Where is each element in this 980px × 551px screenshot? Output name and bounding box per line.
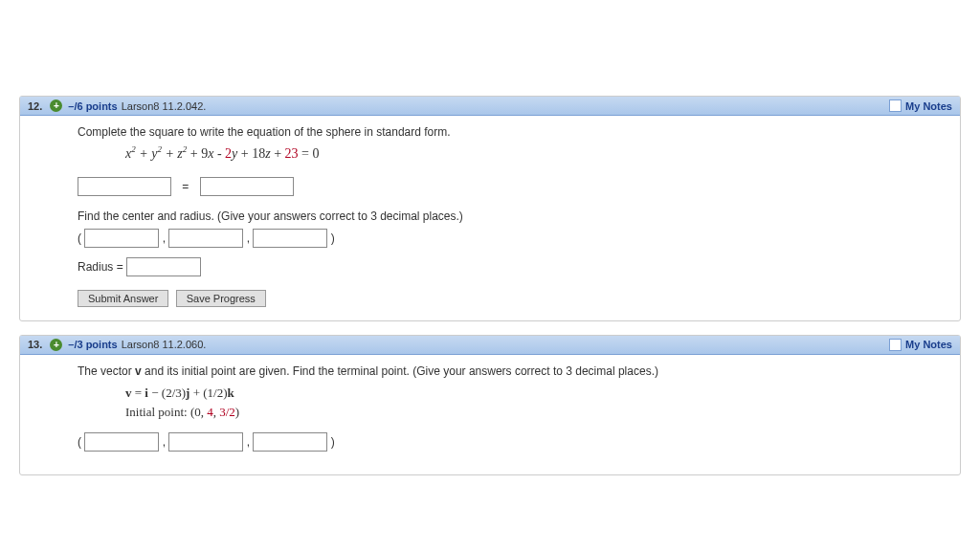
- question-ref: Larson8 11.2.042.: [122, 100, 207, 112]
- radius-input[interactable]: [126, 257, 201, 276]
- question-12: 12. + –/6 points Larson8 11.2.042. My No…: [19, 96, 961, 321]
- center-row: ( , , ): [78, 229, 945, 248]
- terminal-point-row: ( , , ): [78, 432, 945, 452]
- question-header: 12. + –/6 points Larson8 11.2.042. My No…: [20, 97, 960, 116]
- rhs-input[interactable]: [200, 177, 294, 196]
- prompt-text: The vector v and its initial point are g…: [78, 364, 945, 378]
- expand-icon[interactable]: +: [50, 99, 62, 112]
- lhs-input[interactable]: [78, 177, 171, 196]
- points-label: –/3 points: [68, 339, 117, 350]
- question-13: 13. + –/3 points Larson8 11.2.060. My No…: [19, 335, 961, 476]
- question-header: 13. + –/3 points Larson8 11.2.060. My No…: [20, 336, 960, 355]
- center-radius-prompt: Find the center and radius. (Give your a…: [78, 209, 945, 223]
- question-number: 13.: [28, 339, 42, 350]
- center-z-input[interactable]: [253, 229, 327, 248]
- question-ref: Larson8 11.2.060.: [122, 339, 207, 350]
- tp-z-input[interactable]: [253, 432, 327, 452]
- mynotes-checkbox[interactable]: [889, 99, 902, 112]
- vector-block: v = i − (2/3)j + (1/2)k Initial point: (…: [78, 384, 945, 424]
- points-label: –/6 points: [68, 100, 117, 112]
- equals-sign: =: [182, 180, 189, 193]
- submit-button[interactable]: Submit Answer: [78, 290, 168, 307]
- center-y-input[interactable]: [168, 229, 243, 248]
- center-x-input[interactable]: [84, 229, 159, 248]
- save-button[interactable]: Save Progress: [176, 290, 266, 307]
- mynotes-checkbox[interactable]: [889, 339, 902, 351]
- standard-form-row: =: [78, 177, 945, 196]
- expand-icon[interactable]: +: [50, 339, 62, 351]
- equation: x2 + y2 + z2 + 9x - 2y + 18z + 23 = 0: [78, 144, 945, 162]
- radius-label: Radius =: [78, 260, 123, 274]
- tp-y-input[interactable]: [168, 432, 243, 452]
- radius-row: Radius =: [78, 257, 945, 276]
- question-number: 12.: [28, 100, 42, 112]
- tp-x-input[interactable]: [84, 432, 159, 452]
- prompt-text: Complete the square to write the equatio…: [78, 125, 945, 139]
- mynotes-link[interactable]: My Notes: [905, 100, 952, 112]
- mynotes-link[interactable]: My Notes: [905, 339, 952, 350]
